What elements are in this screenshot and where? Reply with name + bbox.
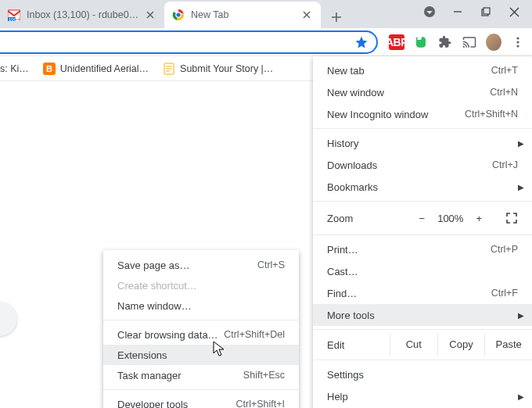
more-tools-submenu: Save page as…Ctrl+S Create shortcut… Nam… <box>103 250 299 408</box>
maximize-icon[interactable] <box>479 5 493 19</box>
tab-newtab[interactable]: New Tab <box>164 2 321 28</box>
tab-strip: 100+ Inbox (13,100) - rdube02@ New Tab <box>0 0 412 28</box>
chrome-icon <box>172 9 185 21</box>
evernote-icon[interactable] <box>413 34 429 50</box>
blogger-icon: B <box>43 63 56 75</box>
svg-point-11 <box>516 45 519 47</box>
account-icon[interactable] <box>422 5 437 19</box>
edit-cut-button[interactable]: Cut <box>390 333 437 356</box>
customize-button[interactable] <box>0 302 17 336</box>
close-window-icon[interactable] <box>507 5 521 19</box>
gmail-icon: 100+ <box>8 9 20 21</box>
tab-label: Inbox (13,100) - rdube02@ <box>27 9 144 20</box>
extensions-icon[interactable] <box>437 34 453 50</box>
submenu-name-window[interactable]: Name window… <box>103 295 299 316</box>
zoom-out-button[interactable]: − <box>419 213 426 224</box>
menu-find[interactable]: Find…Ctrl+F <box>313 282 532 304</box>
menu-bookmarks[interactable]: Bookmarks▶ <box>313 176 532 198</box>
extension-icons: ABP <box>383 34 532 50</box>
menu-print[interactable]: Print…Ctrl+P <box>313 238 532 260</box>
omnibox[interactable] <box>0 30 378 54</box>
submenu-clear-data[interactable]: Clear browsing data…Ctrl+Shift+Del <box>103 324 299 345</box>
close-icon[interactable] <box>144 9 156 21</box>
cast-icon[interactable] <box>462 34 477 50</box>
svg-text:B: B <box>46 64 52 73</box>
chevron-right-icon: ▶ <box>518 311 524 320</box>
minimize-icon[interactable] <box>451 5 465 19</box>
window-controls <box>412 0 532 28</box>
menu-edit-row: Edit Cut Copy Paste <box>313 333 532 356</box>
submenu-save-page[interactable]: Save page as…Ctrl+S <box>103 255 299 275</box>
menu-downloads[interactable]: DownloadsCtrl+J <box>313 154 532 176</box>
edit-copy-button[interactable]: Copy <box>437 333 485 356</box>
menu-zoom: Zoom − 100% + <box>313 205 532 231</box>
svg-point-10 <box>516 41 519 43</box>
svg-point-9 <box>516 37 519 39</box>
close-icon[interactable] <box>300 9 313 21</box>
edit-paste-button[interactable]: Paste <box>484 333 532 356</box>
submenu-extensions[interactable]: Extensions <box>103 345 299 365</box>
chevron-right-icon: ▶ <box>518 139 524 148</box>
menu-help[interactable]: Help▶ <box>313 385 532 407</box>
menu-history[interactable]: History▶ <box>313 132 532 154</box>
bookmark-item[interactable]: Submit Your Story |… <box>163 63 273 75</box>
bookmark-star-icon[interactable] <box>354 35 368 49</box>
adblock-icon[interactable]: ABP <box>389 34 404 50</box>
bookmark-item[interactable]: B Unidentified Aerial… <box>43 63 149 75</box>
submenu-create-shortcut: Create shortcut… <box>103 275 299 295</box>
fullscreen-icon[interactable] <box>505 212 518 224</box>
tab-inbox[interactable]: 100+ Inbox (13,100) - rdube02@ <box>0 2 164 28</box>
menu-cast[interactable]: Cast… <box>313 260 532 282</box>
svg-point-5 <box>176 13 181 17</box>
submenu-developer-tools[interactable]: Developer toolsCtrl+Shift+I <box>103 394 299 408</box>
menu-incognito[interactable]: New Incognito windowCtrl+Shift+N <box>313 103 532 125</box>
submenu-task-manager[interactable]: Task managerShift+Esc <box>103 365 299 385</box>
chrome-menu: New tabCtrl+T New windowCtrl+N New Incog… <box>313 56 532 408</box>
titlebar: 100+ Inbox (13,100) - rdube02@ New Tab <box>0 0 532 28</box>
zoom-value: 100% <box>437 213 463 224</box>
new-tab-button[interactable] <box>325 6 347 28</box>
svg-text:100+: 100+ <box>9 17 20 21</box>
chevron-right-icon: ▶ <box>518 392 524 401</box>
avatar[interactable] <box>486 34 501 50</box>
menu-more-tools[interactable]: More tools▶ <box>313 304 532 326</box>
menu-new-window[interactable]: New windowCtrl+N <box>313 81 532 103</box>
chevron-right-icon: ▶ <box>518 183 524 191</box>
note-icon <box>163 63 175 75</box>
menu-settings[interactable]: Settings <box>313 363 532 385</box>
tab-label: New Tab <box>191 9 300 20</box>
zoom-in-button[interactable]: + <box>476 213 482 224</box>
chrome-menu-button[interactable] <box>510 34 526 50</box>
bookmark-item[interactable]: s: Ki… <box>0 63 29 74</box>
toolbar: ABP <box>0 28 532 56</box>
menu-new-tab[interactable]: New tabCtrl+T <box>313 59 532 81</box>
svg-rect-8 <box>483 8 490 14</box>
